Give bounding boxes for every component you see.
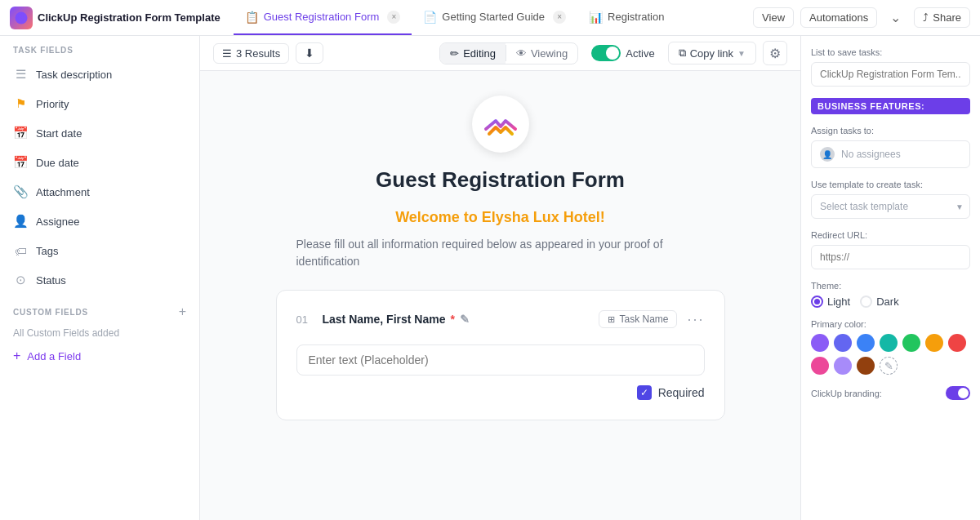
color-swatch[interactable]: [857, 357, 875, 375]
active-toggle-wrap: Active: [585, 45, 661, 61]
copy-link-button[interactable]: ⧉ Copy link ▼: [668, 42, 756, 64]
view-button[interactable]: View: [753, 7, 794, 28]
theme-dark-label: Dark: [876, 296, 898, 308]
assign-row[interactable]: 👤 No assignees: [811, 140, 970, 168]
active-switch-knob: [606, 47, 619, 60]
nav-tab-getting-started-label: Getting Started Guide: [442, 11, 545, 23]
start-date-icon: 📅: [13, 126, 28, 140]
app-title: ClickUp Registration Form Template: [38, 11, 220, 24]
url-input[interactable]: [811, 245, 970, 269]
theme-label: Theme:: [811, 281, 970, 291]
theme-light-option[interactable]: Light: [811, 296, 850, 308]
field-more-icon[interactable]: ···: [687, 311, 704, 328]
sidebar-item-attachment[interactable]: 📎 Attachment: [0, 177, 199, 207]
sidebar-item-assignee[interactable]: 👤 Assignee: [0, 207, 199, 236]
required-star: *: [450, 313, 454, 326]
field-tag: ⊞ Task Name: [599, 310, 677, 328]
edit-field-icon[interactable]: ✎: [460, 313, 470, 326]
assign-section: Assign tasks to: 👤 No assignees: [811, 126, 970, 168]
all-custom-text: All Custom Fields added: [0, 324, 199, 342]
color-swatch[interactable]: [834, 334, 852, 352]
doc-icon: 📋: [245, 11, 259, 24]
sidebar-item-priority[interactable]: ⚑ Priority: [0, 89, 199, 118]
field-number: 01: [296, 313, 313, 326]
template-section: Use template to create task: Select task…: [811, 180, 970, 219]
nav-tab-guest-reg-label: Guest Registration Form: [264, 11, 380, 23]
close-tab-icon[interactable]: ×: [387, 11, 400, 24]
color-swatch[interactable]: [834, 357, 852, 375]
nav-tab-getting-started[interactable]: 📄 Getting Started Guide ×: [412, 0, 577, 35]
add-custom-field-icon[interactable]: +: [179, 304, 186, 319]
viewing-button[interactable]: 👁 Viewing: [506, 43, 577, 64]
nav-tab-guest-reg[interactable]: 📋 Guest Registration Form ×: [234, 0, 412, 35]
tags-label: Tags: [36, 245, 58, 257]
left-sidebar: TASK FIELDS ☰ Task description ⚑ Priorit…: [0, 36, 200, 520]
color-grid: ✎: [811, 334, 970, 375]
list-section: List to save tasks:: [811, 47, 970, 87]
field-header-row: 01 Last Name, First Name * ✎ ⊞ Task Name…: [296, 310, 705, 328]
task-desc-label: Task description: [36, 69, 112, 81]
active-switch[interactable]: [591, 45, 621, 61]
required-row: ✓ Required: [296, 385, 705, 400]
sidebar-item-task-desc[interactable]: ☰ Task description: [0, 60, 199, 89]
share-label: Share: [933, 11, 961, 24]
branding-label: ClickUp branding:: [811, 389, 882, 398]
svg-point-0: [16, 11, 28, 24]
form-logo-wrap: [472, 96, 529, 153]
settings-button[interactable]: ⚙: [763, 41, 787, 65]
attachment-icon: 📎: [13, 184, 28, 199]
edit-view-toggle: ✏ Editing 👁 Viewing: [439, 42, 578, 64]
sidebar-item-start-date[interactable]: 📅 Start date: [0, 118, 199, 148]
nav-tab-registration[interactable]: 📊 Registration ×: [577, 0, 697, 35]
color-swatch[interactable]: [925, 334, 943, 352]
nav-tabs: 📋 Guest Registration Form × 📄 Getting St…: [234, 0, 753, 35]
task-name-icon: ⊞: [608, 314, 615, 325]
template-select[interactable]: Select task template: [811, 194, 970, 219]
editing-button[interactable]: ✏ Editing: [440, 43, 506, 64]
branding-toggle-knob: [958, 388, 969, 398]
color-swatch[interactable]: [902, 334, 920, 352]
viewing-label: Viewing: [531, 47, 568, 60]
branding-toggle[interactable]: [946, 386, 970, 400]
results-button[interactable]: ☰ 3 Results: [213, 43, 289, 64]
field-input[interactable]: [296, 344, 705, 376]
theme-row: Light Dark: [811, 296, 970, 308]
assign-label: Assign tasks to:: [811, 126, 970, 136]
sidebar-item-due-date[interactable]: 📅 Due date: [0, 148, 199, 177]
add-field-button[interactable]: + Add a Field: [0, 342, 199, 370]
color-swatch[interactable]: [811, 357, 829, 375]
close-tab2-icon[interactable]: ×: [553, 11, 566, 24]
content-area: TASK FIELDS ☰ Task description ⚑ Priorit…: [0, 36, 980, 520]
editing-label: Editing: [463, 47, 496, 60]
automations-label: Automations: [809, 11, 868, 24]
radio-light-inner: [814, 299, 820, 304]
sidebar-item-tags[interactable]: 🏷 Tags: [0, 236, 199, 265]
custom-fields-section: CUSTOM FIELDS +: [0, 295, 199, 324]
list-input[interactable]: [811, 62, 970, 87]
primary-color-section: Primary color: ✎: [811, 319, 970, 375]
primary-color-label: Primary color:: [811, 319, 970, 329]
automations-button[interactable]: Automations: [800, 7, 877, 28]
download-button[interactable]: ⬇: [296, 42, 323, 64]
top-nav: ClickUp Registration Form Template 📋 Gue…: [0, 0, 980, 36]
color-swatch[interactable]: [948, 334, 966, 352]
copy-icon: ⧉: [679, 47, 686, 60]
list-icon: 📊: [589, 11, 603, 24]
sidebar-item-status[interactable]: ⊙ Status: [0, 265, 199, 295]
app-logo[interactable]: ClickUp Registration Form Template: [10, 7, 220, 29]
start-date-label: Start date: [36, 127, 82, 140]
more-nav-icon[interactable]: ⌄: [884, 7, 907, 29]
required-checkbox[interactable]: ✓: [637, 385, 652, 400]
color-swatch[interactable]: [880, 334, 898, 352]
field-tag-label: Task Name: [619, 313, 668, 325]
redirect-section: Redirect URL:: [811, 230, 970, 269]
share-button[interactable]: ⤴ Share: [914, 7, 970, 28]
template-label: Use template to create task:: [811, 180, 970, 189]
color-swatch[interactable]: [811, 334, 829, 352]
color-picker-icon[interactable]: ✎: [880, 357, 898, 375]
theme-dark-option[interactable]: Dark: [860, 296, 898, 308]
color-swatch[interactable]: [857, 334, 875, 352]
tags-icon: 🏷: [13, 243, 28, 258]
right-panel: List to save tasks: BUSINESS FEATURES: A…: [800, 36, 980, 520]
radio-dark: [860, 296, 872, 308]
